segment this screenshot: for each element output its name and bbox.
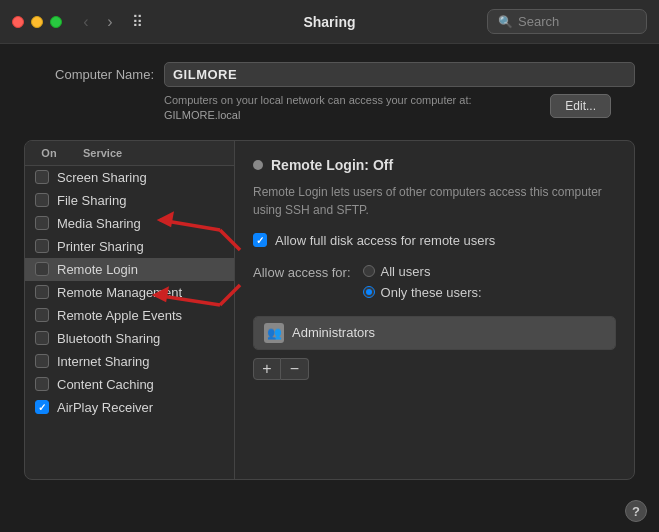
checkbox-media-sharing[interactable] bbox=[35, 216, 49, 230]
traffic-lights bbox=[12, 16, 62, 28]
service-item-screen-sharing[interactable]: Screen Sharing bbox=[25, 166, 234, 189]
titlebar: ‹ › ⠿ Sharing 🔍 bbox=[0, 0, 659, 44]
service-item-bluetooth-sharing[interactable]: Bluetooth Sharing bbox=[25, 327, 234, 350]
col-service-header: Service bbox=[83, 147, 122, 159]
checkbox-internet-sharing[interactable] bbox=[35, 354, 49, 368]
service-item-media-sharing[interactable]: Media Sharing bbox=[25, 212, 234, 235]
search-icon: 🔍 bbox=[498, 15, 513, 29]
service-item-remote-apple-events[interactable]: Remote Apple Events bbox=[25, 304, 234, 327]
search-bar[interactable]: 🔍 bbox=[487, 9, 647, 34]
radio-only-these-users-label: Only these users: bbox=[381, 285, 482, 300]
checkbox-remote-login[interactable] bbox=[35, 262, 49, 276]
help-button[interactable]: ? bbox=[625, 500, 647, 522]
user-item-administrators[interactable]: 👥 Administrators bbox=[254, 317, 615, 349]
search-input[interactable] bbox=[518, 14, 636, 29]
window-title: Sharing bbox=[303, 14, 355, 30]
service-label-printer-sharing: Printer Sharing bbox=[57, 239, 144, 254]
service-label-screen-sharing: Screen Sharing bbox=[57, 170, 147, 185]
full-disk-access-label: Allow full disk access for remote users bbox=[275, 233, 495, 248]
service-item-file-sharing[interactable]: File Sharing bbox=[25, 189, 234, 212]
service-item-content-caching[interactable]: Content Caching bbox=[25, 373, 234, 396]
service-label-remote-apple-events: Remote Apple Events bbox=[57, 308, 182, 323]
computer-name-label: Computer Name: bbox=[24, 67, 154, 82]
service-label-media-sharing: Media Sharing bbox=[57, 216, 141, 231]
service-label-airplay-receiver: AirPlay Receiver bbox=[57, 400, 153, 415]
user-name: Administrators bbox=[292, 325, 375, 340]
radio-all-users[interactable]: All users bbox=[363, 264, 482, 279]
status-dot bbox=[253, 160, 263, 170]
service-label-bluetooth-sharing: Bluetooth Sharing bbox=[57, 331, 160, 346]
users-list: 👥 Administrators bbox=[253, 316, 616, 350]
remove-user-button[interactable]: − bbox=[281, 358, 309, 380]
grid-icon: ⠿ bbox=[132, 13, 143, 31]
service-item-internet-sharing[interactable]: Internet Sharing bbox=[25, 350, 234, 373]
computer-name-input[interactable] bbox=[164, 62, 635, 87]
service-item-airplay-receiver[interactable]: AirPlay Receiver bbox=[25, 396, 234, 419]
col-on-header: On bbox=[35, 147, 63, 159]
allow-access-label: Allow access for: bbox=[253, 265, 351, 280]
service-label-remote-login: Remote Login bbox=[57, 262, 138, 277]
service-item-printer-sharing[interactable]: Printer Sharing bbox=[25, 235, 234, 258]
detail-title-row: Remote Login: Off bbox=[253, 157, 616, 173]
access-row: Allow access for: All users Only these u… bbox=[253, 264, 616, 300]
service-label-content-caching: Content Caching bbox=[57, 377, 154, 392]
service-items: Screen SharingFile SharingMedia SharingP… bbox=[25, 166, 234, 479]
service-item-remote-management[interactable]: Remote Management bbox=[25, 281, 234, 304]
service-detail: Remote Login: Off Remote Login lets user… bbox=[235, 141, 634, 479]
radio-group: All users Only these users: bbox=[363, 264, 482, 300]
network-info-line2: GILMORE.local bbox=[164, 109, 240, 121]
checkbox-printer-sharing[interactable] bbox=[35, 239, 49, 253]
service-list: On Service Screen SharingFile SharingMed… bbox=[25, 141, 235, 479]
radio-only-these-users[interactable]: Only these users: bbox=[363, 285, 482, 300]
checkbox-remote-apple-events[interactable] bbox=[35, 308, 49, 322]
full-disk-access-row[interactable]: Allow full disk access for remote users bbox=[253, 233, 616, 248]
checkbox-screen-sharing[interactable] bbox=[35, 170, 49, 184]
nav-arrows: ‹ › bbox=[76, 14, 120, 30]
service-label-remote-management: Remote Management bbox=[57, 285, 182, 300]
radio-only-these-users-btn[interactable] bbox=[363, 286, 375, 298]
computer-name-row: Computer Name: bbox=[24, 62, 635, 87]
back-arrow[interactable]: ‹ bbox=[76, 14, 96, 30]
service-label-file-sharing: File Sharing bbox=[57, 193, 126, 208]
service-label-internet-sharing: Internet Sharing bbox=[57, 354, 150, 369]
radio-all-users-btn[interactable] bbox=[363, 265, 375, 277]
checkbox-content-caching[interactable] bbox=[35, 377, 49, 391]
user-icon: 👥 bbox=[264, 323, 284, 343]
checkbox-bluetooth-sharing[interactable] bbox=[35, 331, 49, 345]
edit-button[interactable]: Edit... bbox=[550, 94, 611, 118]
detail-description: Remote Login lets users of other compute… bbox=[253, 183, 616, 219]
checkbox-remote-management[interactable] bbox=[35, 285, 49, 299]
add-remove-bar: + − bbox=[253, 358, 309, 380]
network-info-line1: Computers on your local network can acce… bbox=[164, 94, 472, 106]
checkbox-airplay-receiver[interactable] bbox=[35, 400, 49, 414]
service-list-header: On Service bbox=[25, 141, 234, 166]
main-content: Computer Name: Computers on your local n… bbox=[0, 44, 659, 492]
close-button[interactable] bbox=[12, 16, 24, 28]
checkbox-file-sharing[interactable] bbox=[35, 193, 49, 207]
detail-title: Remote Login: Off bbox=[271, 157, 393, 173]
radio-all-users-label: All users bbox=[381, 264, 431, 279]
services-panel: On Service Screen SharingFile SharingMed… bbox=[24, 140, 635, 480]
minimize-button[interactable] bbox=[31, 16, 43, 28]
maximize-button[interactable] bbox=[50, 16, 62, 28]
add-user-button[interactable]: + bbox=[253, 358, 281, 380]
service-item-remote-login[interactable]: Remote Login bbox=[25, 258, 234, 281]
forward-arrow[interactable]: › bbox=[100, 14, 120, 30]
full-disk-access-checkbox[interactable] bbox=[253, 233, 267, 247]
